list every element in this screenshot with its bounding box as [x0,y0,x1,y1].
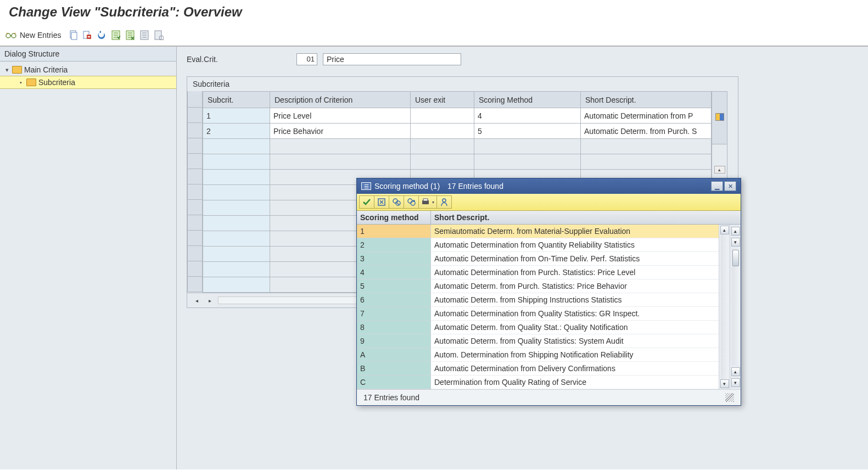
svg-rect-6 [88,36,90,37]
row-selector[interactable] [187,215,203,231]
row-selector[interactable] [187,123,203,138]
popup-row[interactable]: 9Automatic Determ. from Quality Statisti… [357,334,719,348]
scroll-up-icon[interactable]: ▴ [731,367,740,376]
row-selector[interactable] [187,200,203,215]
row-selector[interactable] [187,231,203,246]
row-selectors [187,91,203,293]
undo-icon[interactable] [96,30,107,41]
scroll-down-icon[interactable]: ▾ [731,238,740,247]
row-selector[interactable] [187,277,203,292]
dialog-structure-panel: Dialog Structure ▾ Main Criteria • Subcr… [0,47,177,469]
deselect-all-icon[interactable] [125,30,136,41]
find-next-button[interactable] [404,195,419,209]
popup-row[interactable]: 6Automatic Determ. from Shipping Instruc… [357,293,719,307]
cell-user-exit[interactable] [411,124,474,139]
glasses-icon[interactable] [5,30,16,41]
table-config-button[interactable] [712,92,727,144]
svg-point-0 [6,33,10,38]
row-selector[interactable] [187,261,203,277]
collapse-icon[interactable]: ▾ [5,66,11,74]
scroll-down-icon[interactable]: ▾ [731,378,740,387]
col-desc[interactable]: Description of Criterion [270,92,411,108]
popup-row[interactable]: CDetermination from Quality Rating of Se… [357,376,719,389]
popup-row[interactable]: 3Automatic Determination from On-Time De… [357,252,719,266]
minimize-button[interactable]: ▁ [711,181,723,191]
cell-user-exit[interactable] [411,108,474,124]
row-selector[interactable] [187,154,203,169]
popup-row[interactable]: 2Automatic Determination from Quantity R… [357,238,719,252]
scroll-down-icon[interactable]: ▾ [720,379,729,388]
popup-col-short-descript[interactable]: Short Descript. [431,211,741,224]
print-dropdown-button[interactable]: ▾ [418,195,437,209]
tree-item-main-criteria[interactable]: ▾ Main Criteria [0,64,176,76]
tree-item-subcriteria[interactable]: • Subcriteria [0,76,176,89]
scroll-left-button[interactable]: ◂ [192,295,201,305]
col-user-exit[interactable]: User exit [411,92,474,108]
popup-cell-code: A [357,348,431,362]
col-short-desc[interactable]: Short Descript. [581,92,712,108]
subcriteria-group-title: Subcriteria [187,77,738,91]
col-subcrit[interactable]: Subcrit. [203,92,270,108]
col-scoring[interactable]: Scoring Method [474,92,581,108]
row-selector-header[interactable] [187,91,203,108]
popup-cell-code: 8 [357,321,431,334]
popup-footer-text: 17 Entries found [363,393,419,402]
eval-crit-code-field[interactable]: 01 [296,53,317,65]
select-all-icon[interactable] [110,30,121,41]
scroll-right-button[interactable]: ▸ [205,295,215,305]
popup-title-text: Scoring method (1) [374,182,440,191]
print-icon[interactable] [153,30,164,41]
popup-cell-code: C [357,376,431,389]
popup-row[interactable]: 7Automatic Determination from Quality St… [357,307,719,321]
cancel-button[interactable] [374,195,389,209]
scroll-up-button[interactable]: ▴ [714,166,725,174]
row-selector[interactable] [187,138,203,154]
row-selector[interactable] [187,169,203,184]
close-button[interactable]: ✕ [724,181,736,191]
popup-cell-desc: Semiautomatic Determ. from Material-Supp… [431,225,719,238]
table-settings-icon[interactable] [139,30,150,41]
cell-subcrit[interactable]: 2 [203,124,270,139]
popup-row[interactable]: 1Semiautomatic Determ. from Material-Sup… [357,225,719,238]
scroll-up-icon[interactable]: ▴ [720,226,729,234]
cell-desc[interactable]: Price Behavior [270,124,411,139]
popup-inner-scrollbar[interactable]: ▴ ▾ [719,225,730,389]
toolbar: New Entries [0,24,868,46]
eval-crit-name-field[interactable]: Price [323,53,461,65]
personal-list-button[interactable] [436,195,452,209]
find-button[interactable] [389,195,404,209]
popup-row[interactable]: 5Automatic Determ. from Purch. Statistic… [357,279,719,293]
accept-button[interactable] [359,195,374,209]
popup-outer-scrollbar[interactable]: ▴ ▾ ▴ ▾ [730,225,741,389]
table-config-icon [715,113,724,121]
popup-footer: 17 Entries found [357,389,741,405]
cell-subcrit[interactable]: 1 [203,108,270,124]
table-row[interactable]: 1 Price Level 4 Automatic Determination … [203,108,712,124]
popup-titlebar[interactable]: ☰ Scoring method (1) 17 Entries found ▁ … [357,178,741,194]
popup-row[interactable]: BAutomatic Determination from Delivery C… [357,362,719,376]
table-row[interactable]: 2 Price Behavior 5 Automatic Determ. fro… [203,124,712,139]
cell-scoring[interactable]: 5 [474,124,581,139]
folder-icon [12,66,22,74]
popup-row[interactable]: 8Automatic Determ. from Quality Stat.: Q… [357,321,719,334]
table-row-empty[interactable] [203,154,712,170]
popup-cell-desc: Automatic Determ. from Quality Stat.: Qu… [431,321,719,334]
popup-row[interactable]: AAutom. Determination from Shipping Noti… [357,348,719,362]
delete-icon[interactable] [82,30,93,41]
new-entries-button[interactable]: New Entries [20,31,61,40]
cell-scoring[interactable]: 4 [474,108,581,124]
resize-grip[interactable] [725,393,734,402]
scroll-up-icon[interactable]: ▴ [731,227,740,236]
cell-desc[interactable]: Price Level [270,108,411,124]
popup-row[interactable]: 4Automatic Determination from Purch. Sta… [357,266,719,279]
popup-cell-code: 3 [357,252,431,266]
row-selector[interactable] [187,246,203,261]
row-selector[interactable] [187,184,203,200]
copy-icon[interactable] [68,30,79,41]
popup-cell-desc: Automatic Determ. from Purch. Statistics… [431,279,719,293]
cell-short-desc[interactable]: Automatic Determination from P [581,108,712,124]
row-selector[interactable] [187,108,203,123]
popup-col-scoring-method[interactable]: Scoring method [357,211,431,224]
cell-short-desc[interactable]: Automatic Determ. from Purch. S [581,124,712,139]
table-row-empty[interactable] [203,139,712,154]
